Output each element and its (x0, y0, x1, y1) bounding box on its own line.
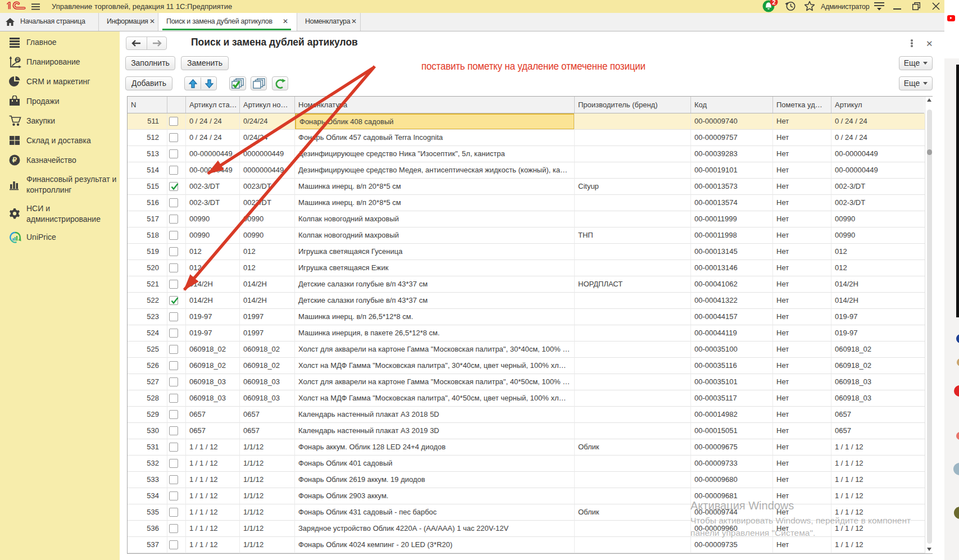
svg-text:2: 2 (772, 0, 775, 6)
svg-text:₽: ₽ (12, 156, 17, 164)
